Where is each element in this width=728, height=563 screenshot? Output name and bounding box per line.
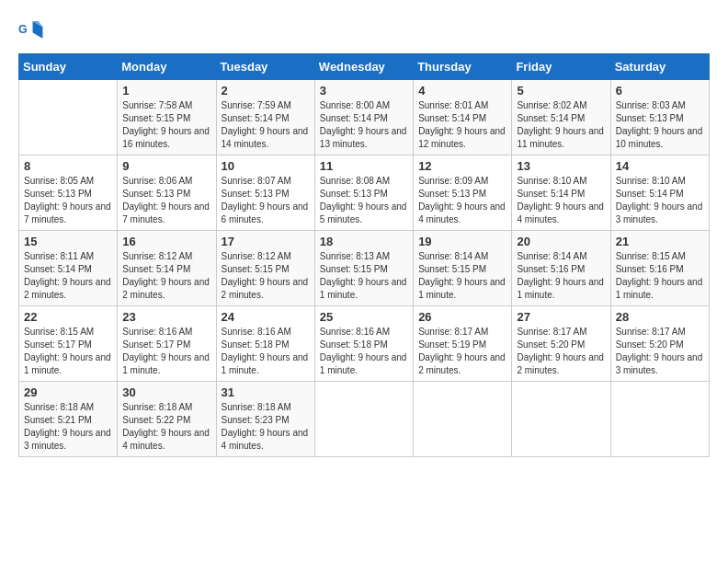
calendar-cell: 20 Sunrise: 8:14 AM Sunset: 5:16 PM Dayl… (512, 231, 610, 306)
calendar-cell: 3 Sunrise: 8:00 AM Sunset: 5:14 PM Dayli… (314, 80, 413, 155)
calendar-cell: 16 Sunrise: 8:12 AM Sunset: 5:14 PM Dayl… (118, 231, 216, 306)
day-number: 12 (418, 159, 506, 173)
day-info: Sunrise: 8:05 AM Sunset: 5:13 PM Dayligh… (24, 175, 112, 226)
calendar-cell: 8 Sunrise: 8:05 AM Sunset: 5:13 PM Dayli… (19, 155, 118, 231)
calendar-cell: 13 Sunrise: 8:10 AM Sunset: 5:14 PM Dayl… (512, 155, 610, 231)
day-info: Sunrise: 8:01 AM Sunset: 5:14 PM Dayligh… (418, 99, 506, 151)
calendar-cell: 19 Sunrise: 8:14 AM Sunset: 5:15 PM Dayl… (414, 231, 512, 306)
day-number: 29 (24, 385, 112, 399)
day-info: Sunrise: 8:14 AM Sunset: 5:15 PM Dayligh… (418, 250, 506, 302)
day-info: Sunrise: 8:12 AM Sunset: 5:15 PM Dayligh… (222, 250, 310, 302)
calendar-cell: 25 Sunrise: 8:16 AM Sunset: 5:18 PM Dayl… (314, 306, 413, 382)
day-number: 30 (122, 385, 210, 399)
calendar-cell: 6 Sunrise: 8:03 AM Sunset: 5:13 PM Dayli… (610, 80, 709, 155)
calendar-cell: 23 Sunrise: 8:16 AM Sunset: 5:17 PM Dayl… (118, 306, 216, 382)
day-info: Sunrise: 8:16 AM Sunset: 5:18 PM Dayligh… (222, 326, 310, 377)
day-number: 9 (122, 159, 210, 173)
calendar-cell (414, 382, 512, 457)
header-friday: Friday (512, 54, 610, 80)
day-info: Sunrise: 8:18 AM Sunset: 5:22 PM Dayligh… (122, 401, 210, 453)
day-number: 18 (320, 235, 408, 248)
calendar-header-row: SundayMondayTuesdayWednesdayThursdayFrid… (19, 54, 710, 80)
header-thursday: Thursday (414, 54, 512, 80)
day-info: Sunrise: 8:16 AM Sunset: 5:18 PM Dayligh… (320, 326, 408, 377)
day-number: 21 (616, 235, 704, 248)
day-info: Sunrise: 8:18 AM Sunset: 5:23 PM Dayligh… (222, 401, 310, 453)
calendar-cell: 9 Sunrise: 8:06 AM Sunset: 5:13 PM Dayli… (118, 155, 216, 231)
calendar-cell: 24 Sunrise: 8:16 AM Sunset: 5:18 PM Dayl… (216, 306, 314, 382)
day-info: Sunrise: 7:59 AM Sunset: 5:14 PM Dayligh… (222, 99, 310, 151)
calendar-cell: 10 Sunrise: 8:07 AM Sunset: 5:13 PM Dayl… (216, 155, 314, 231)
calendar-cell: 21 Sunrise: 8:15 AM Sunset: 5:16 PM Dayl… (610, 231, 709, 306)
header-monday: Monday (118, 54, 216, 80)
day-number: 22 (24, 310, 112, 324)
header-wednesday: Wednesday (314, 54, 413, 80)
day-number: 25 (320, 310, 408, 324)
week-row-2: 8 Sunrise: 8:05 AM Sunset: 5:13 PM Dayli… (19, 155, 710, 231)
header-tuesday: Tuesday (216, 54, 314, 80)
day-info: Sunrise: 8:16 AM Sunset: 5:17 PM Dayligh… (122, 326, 210, 377)
calendar-cell: 5 Sunrise: 8:02 AM Sunset: 5:14 PM Dayli… (512, 80, 610, 155)
day-info: Sunrise: 8:09 AM Sunset: 5:13 PM Dayligh… (418, 175, 506, 226)
calendar-cell (19, 80, 118, 155)
day-info: Sunrise: 8:08 AM Sunset: 5:13 PM Dayligh… (320, 175, 408, 226)
day-info: Sunrise: 8:17 AM Sunset: 5:19 PM Dayligh… (418, 326, 506, 377)
day-number: 5 (517, 84, 605, 98)
day-number: 31 (222, 385, 310, 399)
calendar-cell (610, 382, 709, 457)
svg-text:G: G (18, 23, 28, 36)
day-number: 26 (418, 310, 506, 324)
calendar-cell: 14 Sunrise: 8:10 AM Sunset: 5:14 PM Dayl… (610, 155, 709, 231)
day-info: Sunrise: 8:07 AM Sunset: 5:13 PM Dayligh… (222, 175, 310, 226)
calendar-cell (314, 382, 413, 457)
calendar-cell: 31 Sunrise: 8:18 AM Sunset: 5:23 PM Dayl… (216, 382, 314, 457)
week-row-4: 22 Sunrise: 8:15 AM Sunset: 5:17 PM Dayl… (19, 306, 710, 382)
calendar-cell: 2 Sunrise: 7:59 AM Sunset: 5:14 PM Dayli… (216, 80, 314, 155)
calendar-cell: 26 Sunrise: 8:17 AM Sunset: 5:19 PM Dayl… (414, 306, 512, 382)
day-number: 10 (222, 159, 310, 173)
day-info: Sunrise: 8:15 AM Sunset: 5:17 PM Dayligh… (24, 326, 112, 377)
day-number: 14 (616, 159, 704, 173)
week-row-3: 15 Sunrise: 8:11 AM Sunset: 5:14 PM Dayl… (19, 231, 710, 306)
logo-icon: G (18, 18, 44, 44)
day-number: 23 (122, 310, 210, 324)
calendar-cell: 1 Sunrise: 7:58 AM Sunset: 5:15 PM Dayli… (118, 80, 216, 155)
calendar-cell: 18 Sunrise: 8:13 AM Sunset: 5:15 PM Dayl… (314, 231, 413, 306)
calendar-cell: 17 Sunrise: 8:12 AM Sunset: 5:15 PM Dayl… (216, 231, 314, 306)
day-number: 2 (222, 84, 310, 98)
day-info: Sunrise: 8:13 AM Sunset: 5:15 PM Dayligh… (320, 250, 408, 302)
day-number: 4 (418, 84, 506, 98)
day-info: Sunrise: 8:17 AM Sunset: 5:20 PM Dayligh… (616, 326, 704, 377)
header-saturday: Saturday (610, 54, 709, 80)
day-info: Sunrise: 8:03 AM Sunset: 5:13 PM Dayligh… (616, 99, 704, 151)
day-number: 13 (517, 159, 605, 173)
day-number: 15 (24, 235, 112, 248)
day-info: Sunrise: 8:12 AM Sunset: 5:14 PM Dayligh… (122, 250, 210, 302)
day-info: Sunrise: 8:11 AM Sunset: 5:14 PM Dayligh… (24, 250, 112, 302)
day-number: 24 (222, 310, 310, 324)
day-info: Sunrise: 8:00 AM Sunset: 5:14 PM Dayligh… (320, 99, 408, 151)
day-info: Sunrise: 8:02 AM Sunset: 5:14 PM Dayligh… (517, 99, 605, 151)
day-number: 19 (418, 235, 506, 248)
day-number: 27 (517, 310, 605, 324)
calendar: SundayMondayTuesdayWednesdayThursdayFrid… (18, 53, 710, 457)
day-number: 28 (616, 310, 704, 324)
calendar-cell (512, 382, 610, 457)
day-info: Sunrise: 8:10 AM Sunset: 5:14 PM Dayligh… (616, 175, 704, 226)
day-info: Sunrise: 8:17 AM Sunset: 5:20 PM Dayligh… (517, 326, 605, 377)
calendar-cell: 12 Sunrise: 8:09 AM Sunset: 5:13 PM Dayl… (414, 155, 512, 231)
day-number: 20 (517, 235, 605, 248)
day-info: Sunrise: 8:10 AM Sunset: 5:14 PM Dayligh… (517, 175, 605, 226)
week-row-5: 29 Sunrise: 8:18 AM Sunset: 5:21 PM Dayl… (19, 382, 710, 457)
day-number: 1 (122, 84, 210, 98)
calendar-cell: 15 Sunrise: 8:11 AM Sunset: 5:14 PM Dayl… (19, 231, 118, 306)
calendar-cell: 29 Sunrise: 8:18 AM Sunset: 5:21 PM Dayl… (19, 382, 118, 457)
day-number: 8 (24, 159, 112, 173)
day-number: 6 (616, 84, 704, 98)
logo: G (18, 18, 48, 44)
calendar-cell: 30 Sunrise: 8:18 AM Sunset: 5:22 PM Dayl… (118, 382, 216, 457)
day-info: Sunrise: 8:18 AM Sunset: 5:21 PM Dayligh… (24, 401, 112, 453)
page-header: G (18, 18, 710, 44)
calendar-cell: 11 Sunrise: 8:08 AM Sunset: 5:13 PM Dayl… (314, 155, 413, 231)
calendar-cell: 4 Sunrise: 8:01 AM Sunset: 5:14 PM Dayli… (414, 80, 512, 155)
